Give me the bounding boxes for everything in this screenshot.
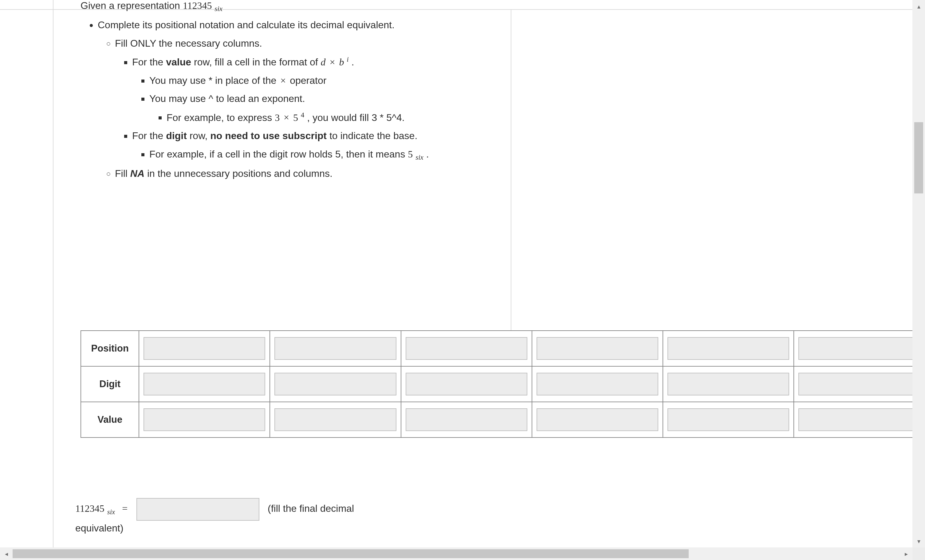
sublist-1a: For the value row, fill a cell in the fo… [115, 54, 910, 163]
times-icon: × [328, 57, 336, 68]
position-col-3-input[interactable] [406, 337, 527, 360]
bullet-1a2i: For example, if a cell in the digit row … [149, 147, 910, 163]
bullet-1a1ii: You may use ^ to lead an exponent. For e… [149, 91, 910, 125]
scroll-left-icon[interactable]: ◂ [0, 547, 13, 560]
row-head-digit: Digit [81, 366, 139, 402]
b1a1i-post: operator [290, 75, 326, 86]
value-col-6-input[interactable] [798, 408, 920, 431]
b1a2i-5: 5 [408, 149, 413, 160]
digit-col-3-input[interactable] [406, 373, 527, 395]
intro-prefix: Given a representation [80, 0, 183, 11]
horizontal-scrollbar[interactable]: ◂ ▸ [0, 547, 912, 560]
bullet-1a1i: You may use * in place of the × operator [149, 73, 910, 89]
bullet-1b: Fill NA in the unnecessary positions and… [115, 166, 910, 182]
final-number: 112345 [75, 503, 104, 514]
digit-col-5-input[interactable] [667, 373, 789, 395]
intro-line: Given a representation 112345 six [80, 0, 910, 14]
bullet-1a1: For the value row, fill a cell in the fo… [132, 54, 910, 125]
position-col-5-input[interactable] [667, 337, 789, 360]
bullet-1a1iiA: For example, to express 3 × 5 4 , you wo… [167, 110, 910, 125]
b1a1ii-text: You may use ^ to lead an exponent. [149, 93, 305, 104]
b1a1-i: i [346, 55, 348, 63]
scroll-up-icon[interactable]: ▴ [912, 0, 925, 13]
table-row: Position [81, 331, 925, 366]
b1a2i-base: six [416, 153, 423, 161]
b1a1-pre: For the [132, 57, 166, 68]
bullet-1-text: Complete its positional notation and cal… [98, 20, 395, 30]
b1a2-pre: For the [132, 130, 166, 141]
bullet-1a: Fill ONLY the necessary columns. For the… [115, 36, 910, 163]
row-head-position: Position [81, 331, 139, 366]
times-icon-2: × [279, 75, 287, 86]
b1b-pre: Fill [115, 168, 130, 179]
times-icon-3: × [282, 112, 291, 123]
b1a1iiA-5: 5 [293, 112, 298, 123]
horizontal-scroll-thumb[interactable] [13, 549, 688, 558]
value-col-4-input[interactable] [536, 408, 658, 431]
b1a1iiA-pre: For example, to express [167, 112, 275, 123]
sublist-1a2: For example, if a cell in the digit row … [132, 147, 910, 163]
final-decimal-input[interactable] [136, 498, 259, 521]
final-base: six [107, 508, 115, 516]
b1b-bold: NA [130, 168, 145, 179]
intro-baseword: six [214, 5, 223, 13]
b1a1-mid: row, fill a cell in the format of [194, 57, 321, 68]
value-col-1-input[interactable] [143, 408, 265, 431]
main-list: Complete its positional notation and cal… [80, 18, 910, 181]
position-col-1-input[interactable] [143, 337, 265, 360]
b1a2-bold2: no need to use subscript [210, 130, 327, 141]
intro-number: 112345 [183, 0, 212, 11]
b1a1iiA-4: 4 [301, 111, 304, 119]
position-col-4-input[interactable] [536, 337, 658, 360]
b1a1iiA-post: , you would fill 3 * 5^4. [307, 112, 404, 123]
digit-col-6-input[interactable] [798, 373, 920, 395]
row-head-value: Value [81, 402, 139, 437]
final-paren-open: (fill the final decimal [268, 503, 354, 514]
table-row: Digit [81, 366, 925, 402]
b1a2i-post: . [426, 149, 429, 160]
bullet-1: Complete its positional notation and cal… [98, 18, 910, 181]
positional-table-wrap: Position Digit Value [80, 330, 925, 438]
b1a1-d: d [321, 57, 326, 68]
sublist-1a1: You may use * in place of the × operator… [132, 73, 910, 125]
final-equivalent: equivalent) [75, 522, 124, 534]
b1a2-post: to indicate the base. [330, 130, 417, 141]
sublist-1: Fill ONLY the necessary columns. For the… [98, 36, 910, 182]
digit-col-2-input[interactable] [274, 373, 396, 395]
b1a1-bold: value [166, 57, 191, 68]
vertical-divider-left [53, 0, 53, 560]
positional-table: Position Digit Value [80, 330, 925, 438]
question-content: Given a representation 112345 six Comple… [80, 0, 916, 184]
bullet-1a2: For the digit row, no need to use subscr… [132, 128, 910, 163]
digit-col-1-input[interactable] [143, 373, 265, 395]
b1a1iiA-3: 3 [275, 112, 280, 123]
scroll-right-icon[interactable]: ▸ [900, 547, 912, 560]
final-answer-line: 112345 six = (fill the final decimal equ… [75, 498, 905, 536]
b1a1-post: . [351, 57, 354, 68]
vertical-scroll-thumb[interactable] [914, 122, 923, 194]
equals-sign: = [118, 503, 132, 514]
b1a2-mid: row, [190, 130, 211, 141]
value-col-5-input[interactable] [667, 408, 789, 431]
digit-col-4-input[interactable] [536, 373, 658, 395]
value-col-2-input[interactable] [274, 408, 396, 431]
value-col-3-input[interactable] [406, 408, 527, 431]
b1b-post: in the unnecessary positions and columns… [147, 168, 333, 179]
position-col-6-input[interactable] [798, 337, 920, 360]
bullet-1a-text: Fill ONLY the necessary columns. [115, 38, 262, 49]
position-col-2-input[interactable] [274, 337, 396, 360]
b1a1-b: b [339, 57, 344, 68]
b1a2i-pre: For example, if a cell in the digit row … [149, 149, 408, 160]
page-viewport: Given a representation 112345 six Comple… [0, 0, 925, 560]
table-row: Value [81, 402, 925, 437]
sublist-1a1ii: For example, to express 3 × 5 4 , you wo… [149, 110, 910, 125]
b1a1i-pre: You may use * in place of the [149, 75, 279, 86]
scroll-down-icon[interactable]: ▾ [912, 535, 925, 547]
scrollbar-corner [912, 547, 925, 560]
vertical-scrollbar[interactable]: ▴ ▾ [912, 0, 925, 547]
b1a2-bold1: digit [166, 130, 187, 141]
